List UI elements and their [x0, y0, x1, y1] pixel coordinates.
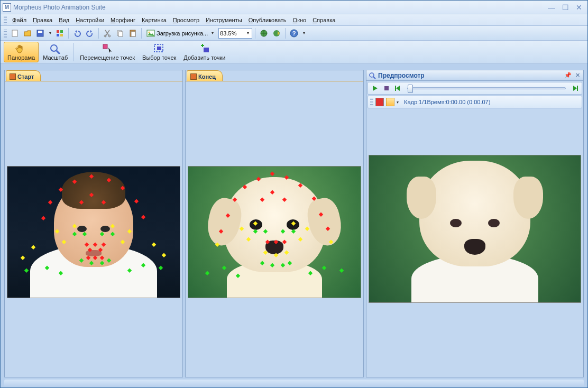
svg-rect-4 [60, 30, 63, 33]
hand-icon [15, 43, 27, 54]
menu-picture[interactable]: Картинка [139, 16, 170, 24]
tool-pan-label: Панорама [7, 54, 35, 61]
player-bar [368, 82, 582, 95]
tool-zoom-label: Масштаб [43, 54, 68, 61]
step-forward-button[interactable] [570, 84, 580, 93]
tool-add-dots[interactable]: Добавить точки [180, 42, 228, 62]
magnifier-icon [369, 72, 376, 79]
app-icon: M [3, 3, 11, 12]
start-color-swatch[interactable] [375, 98, 384, 106]
cut-button[interactable] [102, 27, 113, 39]
frame-bar: ▾ Кадр:1/1Время:0:00.00 (0:00.07) [368, 96, 582, 108]
svg-rect-2 [38, 31, 42, 33]
end-panel: Конец [185, 70, 364, 377]
svg-rect-3 [57, 30, 59, 33]
svg-rect-0 [12, 30, 17, 36]
redo-button[interactable] [84, 27, 96, 39]
menu-preview[interactable]: Просмотр [170, 16, 203, 24]
menu-bar: Файл Правка Вид Настройки Морфинг Картин… [1, 14, 587, 26]
start-tab[interactable]: Старт [6, 70, 41, 81]
start-image-canvas[interactable] [7, 166, 180, 298]
title-bar: M Morpheus Photo Animation Suite — ☐ ✕ [1, 1, 587, 14]
svg-rect-10 [118, 32, 123, 36]
pin-button[interactable]: 📌 [564, 72, 572, 79]
end-tab-label: Конец [198, 73, 216, 80]
dropdown-arrow-icon: ▾ [209, 31, 215, 35]
svg-rect-5 [57, 34, 59, 36]
tool-move-dots-label: Перемещение точек [80, 54, 135, 61]
menu-publish[interactable]: Опубликовать [245, 16, 290, 24]
wizard-button[interactable] [54, 27, 66, 39]
menu-edit[interactable]: Правка [30, 16, 56, 24]
share-button[interactable] [271, 27, 282, 39]
timeline-slider[interactable] [407, 87, 566, 89]
standard-toolbar: ▾ Загрузка рисунка... ▾ 83.5% ▾ ? ▾ [1, 26, 587, 41]
svg-rect-6 [60, 34, 63, 36]
zoom-value: 83.5% [220, 30, 236, 36]
preview-image-canvas[interactable] [369, 155, 581, 303]
svg-point-25 [370, 73, 374, 77]
toolbar-grip[interactable] [4, 29, 7, 38]
end-image-canvas[interactable] [188, 166, 361, 298]
toolbar-grip[interactable] [4, 16, 7, 24]
start-tab-label: Старт [17, 73, 34, 80]
svg-rect-27 [384, 86, 389, 90]
svg-line-26 [373, 77, 375, 79]
help-button[interactable]: ? [288, 27, 300, 39]
new-button[interactable] [9, 27, 21, 39]
load-image-dropdown[interactable]: Загрузка рисунка... ▾ [144, 27, 217, 39]
zoom-combo[interactable]: 83.5% ▾ [218, 28, 252, 39]
svg-rect-28 [395, 86, 396, 91]
web-button[interactable] [258, 27, 270, 39]
open-button[interactable] [22, 27, 33, 39]
close-panel-button[interactable]: ✕ [574, 72, 581, 79]
undo-button[interactable] [71, 27, 83, 39]
paste-button[interactable] [127, 27, 139, 39]
preview-panel: Предпросмотр 📌 ✕ ▾ Кадр:1/1Время:0:00.00… [366, 70, 584, 377]
menu-file[interactable]: Файл [9, 16, 30, 24]
copy-button[interactable] [114, 27, 126, 39]
preview-header: Предпросмотр 📌 ✕ [366, 70, 583, 81]
svg-text:?: ? [292, 30, 296, 36]
load-image-label: Загрузка рисунка... [157, 30, 208, 36]
morph-dots[interactable] [7, 167, 180, 298]
menu-window[interactable]: Окно [290, 16, 310, 24]
play-button[interactable] [370, 84, 380, 93]
tool-move-dots[interactable]: Перемещение точек [77, 42, 138, 62]
save-dropdown[interactable]: ▾ [47, 31, 53, 35]
save-button[interactable] [34, 27, 46, 39]
tool-select-dots[interactable]: Выбор точек [139, 42, 179, 62]
minimize-button[interactable]: — [545, 3, 558, 12]
move-dots-icon [101, 43, 114, 54]
tool-add-dots-label: Добавить точки [183, 54, 225, 61]
preview-title: Предпросмотр [378, 72, 562, 79]
dropdown-arrow-icon[interactable]: ▾ [397, 100, 399, 105]
menu-view[interactable]: Вид [56, 16, 72, 24]
step-back-button[interactable] [393, 84, 403, 93]
menu-help[interactable]: Справка [309, 16, 338, 24]
tool-toolbar: Панорама Масштаб Перемещение точек Выбор… [1, 41, 587, 64]
end-color-swatch[interactable] [386, 98, 394, 106]
maximize-button[interactable]: ☐ [559, 3, 572, 12]
magnifier-icon [49, 43, 62, 54]
help-dropdown[interactable]: ▾ [301, 31, 307, 35]
app-title: Morpheus Photo Animation Suite [13, 4, 106, 11]
stop-button[interactable] [382, 84, 391, 93]
toolbar-grip[interactable] [370, 98, 373, 106]
tool-pan[interactable]: Панорама [4, 42, 39, 62]
close-button[interactable]: ✕ [573, 3, 585, 12]
svg-line-20 [57, 51, 60, 54]
menu-settings[interactable]: Настройки [72, 16, 107, 24]
slider-thumb[interactable] [408, 85, 413, 93]
tool-select-dots-label: Выбор точек [142, 54, 176, 61]
menu-tools[interactable]: Инструменты [203, 16, 245, 24]
menu-morphing[interactable]: Морфинг [107, 16, 139, 24]
dropdown-arrow-icon: ▾ [245, 31, 251, 35]
end-tab[interactable]: Конец [187, 70, 223, 81]
tool-zoom[interactable]: Масштаб [40, 42, 71, 62]
svg-rect-12 [131, 32, 135, 36]
frame-info: Кадр:1/1Время:0:00.00 (0:00.07) [404, 99, 490, 105]
image-icon [10, 73, 16, 80]
morph-dots[interactable] [188, 167, 361, 298]
select-dots-icon [153, 43, 166, 54]
